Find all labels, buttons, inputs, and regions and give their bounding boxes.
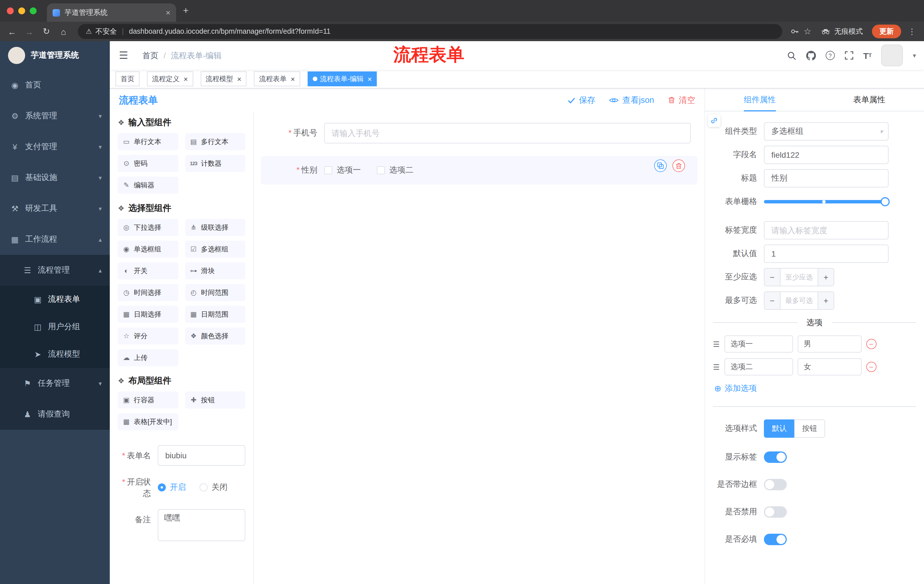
hamburger-icon[interactable]: ☰: [119, 49, 128, 62]
checkbox-option-2[interactable]: 选项二: [377, 165, 413, 175]
tab-form-props[interactable]: 表单属性: [815, 89, 924, 111]
component-password[interactable]: ⊙密码: [118, 155, 178, 172]
component-single-line-text[interactable]: ▭单行文本: [118, 133, 178, 150]
font-size-icon[interactable]: TT: [863, 51, 872, 60]
home-button[interactable]: ⌂: [57, 26, 70, 36]
sidebar-item-process-management[interactable]: ☰流程管理▴: [0, 255, 110, 286]
status-on-radio[interactable]: 开启: [158, 482, 186, 493]
component-upload[interactable]: ☁上传: [118, 349, 178, 366]
sidebar-item-leave-query[interactable]: ♟请假查询: [0, 399, 110, 430]
key-icon[interactable]: [790, 27, 799, 36]
save-button[interactable]: 保存: [568, 95, 596, 105]
update-button[interactable]: 更新: [872, 25, 901, 38]
increase-button[interactable]: +: [818, 268, 834, 286]
field-phone[interactable]: *手机号: [261, 118, 698, 148]
increase-button[interactable]: +: [818, 292, 834, 309]
forward-button[interactable]: →: [23, 26, 35, 36]
tag-process-form[interactable]: 流程表单×: [254, 71, 300, 86]
remove-option-icon[interactable]: −: [866, 339, 876, 349]
slider-handle[interactable]: [881, 197, 890, 206]
component-switch[interactable]: ◐开关: [118, 262, 178, 280]
component-row-container[interactable]: ▣行容器: [118, 392, 178, 409]
minimize-window-button[interactable]: [18, 7, 25, 14]
drag-handle-icon[interactable]: ☰: [713, 340, 719, 348]
component-color-picker[interactable]: ❖颜色选择: [185, 327, 245, 345]
close-icon[interactable]: ×: [183, 74, 188, 83]
option-value-input[interactable]: [797, 336, 861, 352]
toggle-disabled[interactable]: [764, 506, 787, 518]
option-label-input[interactable]: [724, 336, 793, 352]
sidebar-item-user-group[interactable]: ◫用户分组: [0, 313, 110, 341]
zoom-window-button[interactable]: [30, 7, 36, 14]
sidebar-item-infrastructure[interactable]: ▤基础设施▾: [0, 162, 110, 193]
breadcrumb-root[interactable]: 首页: [142, 51, 158, 61]
tag-process-form-edit[interactable]: 流程表单-编辑×: [308, 71, 377, 86]
component-multi-line-text[interactable]: ▤多行文本: [185, 133, 245, 150]
view-json-button[interactable]: 查看json: [609, 95, 654, 105]
status-off-radio[interactable]: 关闭: [200, 482, 228, 493]
toggle-required[interactable]: [764, 534, 787, 545]
component-cascader[interactable]: ⋔级联选择: [185, 219, 245, 236]
component-button[interactable]: ✚按钮: [185, 392, 245, 409]
component-select[interactable]: ◎下拉选择: [118, 219, 178, 236]
close-icon[interactable]: ×: [290, 74, 295, 83]
copy-field-button[interactable]: [654, 160, 667, 172]
field-name-input[interactable]: [764, 146, 889, 164]
component-type-select[interactable]: 多选框组 ▾: [764, 122, 889, 141]
search-icon[interactable]: [787, 51, 797, 60]
component-counter[interactable]: 123计数器: [185, 155, 245, 172]
address-bar[interactable]: ⚠ 不安全 | dashboard.yudao.iocoder.cn/bpm/m…: [78, 24, 782, 39]
sidebar-item-home[interactable]: ◉首页: [0, 70, 110, 100]
browser-tab[interactable]: 芋道管理系统 ×: [47, 3, 176, 22]
component-checkbox-group[interactable]: ☑多选框组: [185, 240, 245, 258]
max-select-input[interactable]: [780, 292, 818, 309]
reload-button[interactable]: ↻: [40, 26, 53, 36]
component-time-picker[interactable]: ◷时间选择: [118, 284, 178, 301]
add-option-button[interactable]: ⊕ 添加选项: [714, 383, 924, 394]
tag-home[interactable]: 首页: [116, 71, 140, 86]
label-width-input[interactable]: [764, 221, 889, 239]
decrease-button[interactable]: −: [764, 268, 780, 286]
sidebar-item-process-form[interactable]: ▣流程表单: [0, 286, 110, 313]
toggle-show-label[interactable]: [764, 451, 787, 463]
help-icon[interactable]: ?: [826, 51, 835, 60]
component-date-range[interactable]: ▦日期范围: [185, 306, 245, 323]
fullscreen-icon[interactable]: [845, 51, 854, 60]
component-editor[interactable]: ✎编辑器: [118, 176, 178, 194]
tab-close-icon[interactable]: ×: [166, 8, 170, 17]
component-radio-group[interactable]: ◉单选框组: [118, 240, 178, 258]
caret-down-icon[interactable]: ▾: [913, 52, 916, 59]
sidebar-item-payment-management[interactable]: ¥支付管理▾: [0, 132, 110, 162]
sidebar-item-workflow[interactable]: ▦工作流程▴: [0, 224, 110, 255]
title-input[interactable]: [764, 169, 889, 188]
close-icon[interactable]: ×: [368, 74, 372, 83]
drag-handle-icon[interactable]: ☰: [713, 363, 719, 371]
form-name-input[interactable]: [158, 445, 245, 466]
delete-field-button[interactable]: [672, 160, 685, 172]
option-value-input[interactable]: [797, 358, 861, 375]
close-window-button[interactable]: [7, 7, 14, 14]
new-tab-button[interactable]: +: [183, 5, 189, 16]
github-icon[interactable]: [806, 51, 816, 60]
clear-button[interactable]: 清空: [668, 95, 695, 105]
remark-textarea[interactable]: 嘿嘿: [158, 509, 245, 541]
remove-option-icon[interactable]: −: [866, 362, 876, 372]
form-canvas[interactable]: *手机号 *性别 选项一 选项二: [254, 112, 705, 584]
component-date-picker[interactable]: ▦日期选择: [118, 306, 178, 323]
form-grid-slider[interactable]: [764, 192, 889, 211]
default-value-input[interactable]: [764, 245, 889, 263]
bookmark-star-icon[interactable]: ☆: [804, 26, 811, 36]
component-slider[interactable]: ⊶滑块: [185, 262, 245, 280]
component-time-range[interactable]: ◴时间范围: [185, 284, 245, 301]
menu-dots-icon[interactable]: ⋮: [908, 27, 916, 36]
sidebar-item-process-model[interactable]: ➤流程模型: [0, 341, 110, 368]
option-label-input[interactable]: [724, 358, 793, 375]
phone-input[interactable]: [324, 123, 691, 143]
field-gender[interactable]: *性别 选项一 选项二: [261, 156, 698, 184]
close-icon[interactable]: ×: [237, 74, 241, 83]
component-rate[interactable]: ☆评分: [118, 327, 178, 345]
toggle-with-border[interactable]: [764, 479, 787, 490]
tag-process-definition[interactable]: 流程定义×: [147, 71, 193, 86]
avatar[interactable]: [881, 44, 903, 66]
style-default-button[interactable]: 默认: [764, 419, 794, 438]
